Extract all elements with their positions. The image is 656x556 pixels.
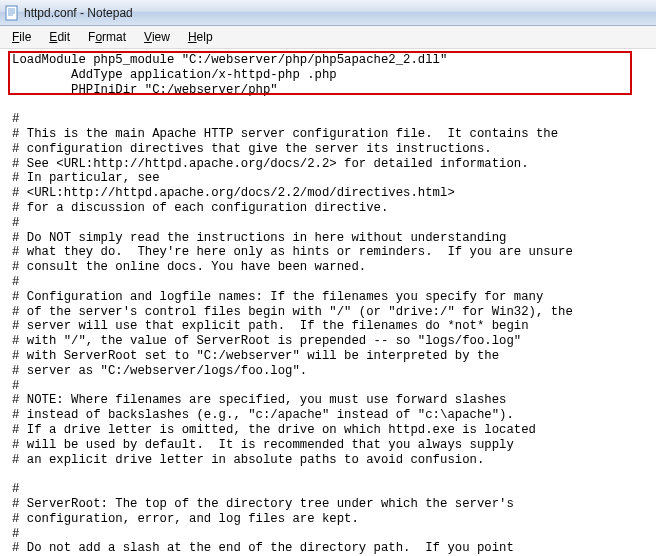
menu-view[interactable]: View xyxy=(136,28,178,46)
text-editor-area[interactable]: LoadModule php5_module "C:/webserver/php… xyxy=(0,49,656,556)
menubar: File Edit Format View Help xyxy=(0,26,656,49)
menu-help[interactable]: Help xyxy=(180,28,221,46)
menu-format[interactable]: Format xyxy=(80,28,134,46)
menu-file[interactable]: File xyxy=(4,28,39,46)
notepad-icon xyxy=(4,5,20,21)
document-text[interactable]: LoadModule php5_module "C:/webserver/php… xyxy=(0,49,656,556)
titlebar[interactable]: httpd.conf - Notepad xyxy=(0,0,656,26)
menu-edit[interactable]: Edit xyxy=(41,28,78,46)
notepad-window: httpd.conf - Notepad File Edit Format Vi… xyxy=(0,0,656,556)
window-title: httpd.conf - Notepad xyxy=(24,6,133,20)
